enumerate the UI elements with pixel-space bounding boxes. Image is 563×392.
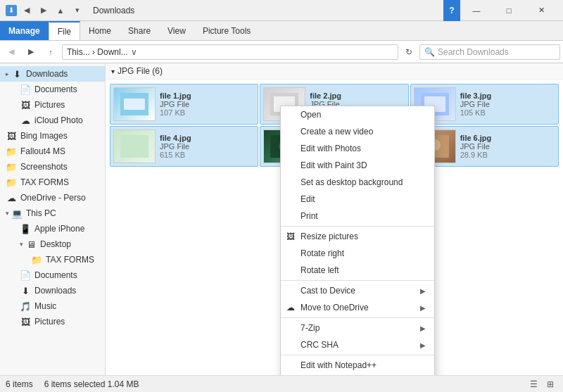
customize-quick-access[interactable]: ▾ [70,4,84,18]
back-button[interactable]: ◀ [3,44,20,61]
sidebar-item-taxforms2[interactable]: 📁 TAX FORMS [25,252,105,267]
nav-up-btn[interactable]: ▲ [53,4,68,18]
sidebar-item-music[interactable]: 🎵 Music [14,298,105,314]
document-icon: 📄 [20,84,31,95]
file-item[interactable]: file 1.jpg JPG File 107 KB [110,84,258,125]
sidebar-item-screenshots[interactable]: 📁 Screenshots [0,159,105,175]
ctx-separator [281,226,434,227]
status-bar: 6 items 6 items selected 1.04 MB ☰ ⊞ [0,375,563,392]
file-size: 615 KB [160,151,191,159]
tab-view[interactable]: View [159,21,194,40]
ctx-rotate-left[interactable]: Rotate left [281,262,434,279]
file-thumbnail [113,87,156,121]
ctx-edit[interactable]: Edit [281,191,434,208]
tab-picture-tools[interactable]: Picture Tools [194,21,259,40]
sidebar: ▸ ⬇ Downloads 📄 Documents 🖼 Pictures ☁ i… [0,63,106,375]
sidebar-item-fallout4[interactable]: 📁 Fallout4 MS [0,144,105,159]
file-info: file 6.jpg JPG File 28.9 KB [460,134,492,159]
details-view-button[interactable]: ☰ [526,377,540,391]
sidebar-item-downloads2[interactable]: ⬇ Downloads [14,283,105,298]
sidebar-item-label: TAX FORMS [20,177,69,187]
sidebar-item-onedrive[interactable]: ☁ OneDrive - Perso [0,190,105,206]
expand-arrow: ▾ [6,210,9,217]
sidebar-item-label: TAX FORMS [46,255,94,265]
items-count: 6 items [6,379,33,389]
expand-arrow: ▸ [6,70,9,77]
submenu-arrow: ▶ [420,304,426,312]
tab-home[interactable]: Home [80,21,120,40]
sidebar-item-label: Screenshots [20,162,68,172]
tab-manage[interactable]: Manage [0,21,49,40]
sidebar-item-documents[interactable]: 📄 Documents [14,82,105,97]
file-name: file 1.jpg [160,91,191,100]
path-text: This... › Downl... [67,47,128,57]
music-icon: 🎵 [20,301,31,312]
sidebar-item-downloads[interactable]: ▸ ⬇ Downloads [0,66,105,82]
sidebar-item-pictures[interactable]: 🖼 Pictures [14,97,105,113]
ctx-7zip[interactable]: 7-Zip ▶ [281,320,434,336]
ctx-edit-paint3d[interactable]: Edit with Paint 3D [281,157,434,174]
minimize-button[interactable]: — [460,0,493,21]
up-button[interactable]: ↑ [42,44,59,61]
ctx-edit-photos[interactable]: Edit with Photos [281,140,434,157]
maximize-button[interactable]: □ [493,0,525,21]
pictures-icon: 🖼 [20,99,31,110]
file-type: JPG File [460,142,492,151]
ctx-crc-sha[interactable]: CRC SHA ▶ [281,336,434,353]
sidebar-item-label: Pictures [34,100,65,110]
tab-share[interactable]: Share [120,21,159,40]
sidebar-item-documents2[interactable]: 📄 Documents [14,267,105,283]
folder-icon: 📁 [6,146,17,157]
submenu-arrow: ▶ [420,341,426,349]
sidebar-item-pictures2[interactable]: 🖼 Pictures [14,314,105,329]
sidebar-item-iphone[interactable]: 📱 Apple iPhone [14,221,105,236]
ctx-defender[interactable]: 🛡 Scan with Microsoft Defender... [281,374,434,375]
ctx-notepadpp[interactable]: Edit with Notepad++ [281,357,434,374]
window-title: Downloads [93,6,134,15]
sidebar-item-label: This PC [26,208,56,218]
ctx-print[interactable]: Print [281,208,434,225]
file-name: file 6.jpg [460,134,492,142]
ctx-cast[interactable]: Cast to Device ▶ [281,282,434,299]
address-path[interactable]: This... › Downl... ∨ [62,44,398,60]
help-button[interactable]: ? [443,0,460,21]
file-info: file 1.jpg JPG File 107 KB [160,91,191,117]
expand-arrow: ▾ [20,241,23,248]
content-area: ▾ JPG File (6) file 1.jpg JPG File 107 K… [106,63,563,375]
sidebar-item-desktop[interactable]: ▾ 🖥 Desktop [14,236,105,252]
close-button[interactable]: ✕ [525,0,557,21]
refresh-button[interactable]: ↻ [401,44,417,60]
ctx-create-video[interactable]: Create a new video [281,123,434,140]
ctx-move-onedrive[interactable]: ☁ Move to OneDrive ▶ [281,299,434,316]
sidebar-item-label: Fallout4 MS [20,146,65,156]
ctx-set-desktop[interactable]: Set as desktop background [281,174,434,191]
file-thumbnail [113,129,156,163]
nav-back-btn[interactable]: ◀ [20,4,34,18]
collapse-chevron[interactable]: ▾ [111,68,115,75]
tab-file[interactable]: File [49,21,80,40]
search-placeholder: Search Downloads [438,47,509,57]
sidebar-item-icloud[interactable]: ☁ iCloud Photo [14,113,105,128]
sidebar-item-bing[interactable]: 🖼 Bing Images [0,128,105,144]
ctx-open[interactable]: Open [281,106,434,123]
title-bar-left: ⬇ ◀ ▶ ▲ ▾ Downloads [6,4,443,18]
file-info: file 4.jpg JPG File 615 KB [160,134,191,159]
file-type: JPG File [160,100,191,108]
ctx-rotate-right[interactable]: Rotate right [281,245,434,262]
sidebar-item-thispc[interactable]: ▾ 💻 This PC [0,206,105,221]
sidebar-item-label: Pictures [34,317,65,327]
nav-forward-btn[interactable]: ▶ [37,4,51,18]
folder-icon: 📁 [31,254,42,265]
forward-button[interactable]: ▶ [23,44,39,61]
large-icons-view-button[interactable]: ⊞ [543,377,557,391]
ctx-resize[interactable]: 🖼 Resize pictures [281,228,434,245]
search-box[interactable]: 🔍 Search Downloads [419,44,560,60]
file-item[interactable]: file 4.jpg JPG File 615 KB [110,126,258,167]
selected-info: 6 items selected 1.04 MB [44,379,139,389]
search-icon: 🔍 [424,47,435,57]
svg-rect-1 [124,99,145,110]
folder-icon: 🖼 [6,130,17,141]
file-name: file 3.jpg [460,91,492,100]
cloud-icon: ☁ [20,115,31,126]
sidebar-item-taxforms[interactable]: 📁 TAX FORMS [0,175,105,190]
